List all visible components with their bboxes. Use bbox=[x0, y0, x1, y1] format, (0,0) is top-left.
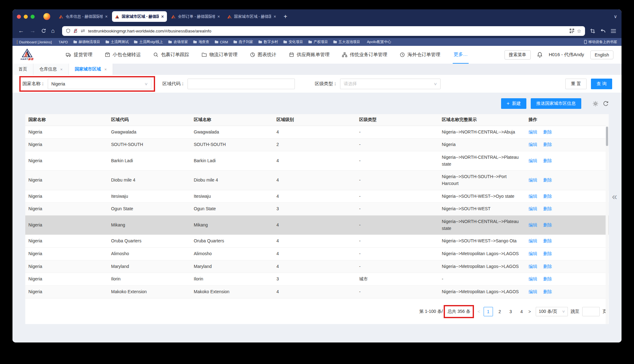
url-text[interactable]: testtrunkbookingmgr.hart-worldwide.com/#… bbox=[88, 29, 567, 33]
gear-icon[interactable] bbox=[593, 101, 598, 107]
edit-link[interactable]: 编辑 bbox=[529, 222, 537, 227]
bookmark-item[interactable]: 五大连池项目 bbox=[333, 40, 360, 44]
table-scrollbar[interactable] bbox=[606, 126, 608, 324]
reset-button[interactable]: 重 置 bbox=[565, 79, 587, 89]
bell-icon[interactable] bbox=[537, 52, 543, 58]
page-number-button[interactable]: 1 bbox=[484, 307, 493, 316]
bookmark-item[interactable]: 产权项目 bbox=[308, 40, 328, 44]
delete-link[interactable]: 删除 bbox=[543, 206, 552, 211]
forward-icon[interactable]: → bbox=[30, 27, 36, 34]
area-code-input[interactable] bbox=[188, 79, 295, 89]
delete-link[interactable]: 删除 bbox=[543, 289, 552, 294]
bookmark-star-icon[interactable]: ☆ bbox=[577, 28, 581, 34]
user-label[interactable]: H016 - 代伟Andy bbox=[549, 52, 584, 58]
delete-link[interactable]: 删除 bbox=[543, 158, 552, 163]
search-button[interactable]: 查 询 bbox=[591, 79, 612, 89]
page-number-button[interactable]: 4 bbox=[518, 307, 526, 316]
firefox-icon[interactable] bbox=[43, 13, 50, 20]
bookmark-item[interactable]: 土流网stg/线上 bbox=[134, 40, 163, 44]
bookmark-item[interactable]: 安化项目 bbox=[283, 40, 303, 44]
edit-link[interactable]: 编辑 bbox=[529, 206, 537, 211]
page-number-button[interactable]: 2 bbox=[496, 307, 504, 316]
delete-link[interactable]: 删除 bbox=[543, 129, 552, 134]
push-country-city-button[interactable]: 推送国家城市区信息 bbox=[531, 98, 581, 109]
page-tab[interactable]: 国家城市区域 × bbox=[69, 64, 113, 75]
bookmark-item[interactable]: TAPD bbox=[57, 40, 68, 44]
delete-link[interactable]: 删除 bbox=[543, 194, 552, 199]
browser-tab[interactable]: 国家城市区域 - 赫德国际物流管理 × bbox=[224, 11, 279, 22]
home-icon[interactable]: ⌂ bbox=[51, 27, 55, 34]
edit-link[interactable]: 编辑 bbox=[529, 276, 537, 281]
close-tab-icon[interactable]: × bbox=[105, 14, 108, 19]
create-button[interactable]: +新建 bbox=[501, 98, 526, 109]
page-tab[interactable]: 仓库信息 × bbox=[33, 64, 69, 75]
nav-item[interactable]: 传统业务订单管理 bbox=[342, 46, 387, 64]
hart-logo[interactable]: HART赫德 bbox=[21, 49, 33, 61]
nav-item[interactable]: 包裹订单跟踪 bbox=[153, 46, 189, 64]
list-tabs-chevron-icon[interactable]: ∨ bbox=[614, 14, 617, 19]
url-bar[interactable]: testtrunkbookingmgr.hart-worldwide.com/#… bbox=[62, 26, 585, 36]
close-tab-icon[interactable]: × bbox=[161, 14, 164, 19]
history-back-icon[interactable] bbox=[600, 28, 606, 33]
prev-page-icon[interactable]: < bbox=[477, 309, 480, 314]
close-tab-icon[interactable]: × bbox=[274, 14, 276, 19]
delete-link[interactable]: 删除 bbox=[543, 142, 552, 147]
qr-code-icon[interactable] bbox=[570, 29, 574, 33]
bookmark-item[interactable]: 燕子到家 bbox=[233, 40, 253, 44]
back-icon[interactable]: ← bbox=[18, 27, 24, 34]
bookmark-item[interactable]: 数字乡村 bbox=[258, 40, 278, 44]
area-type-select[interactable]: 请选择 ∨ bbox=[340, 79, 441, 89]
nav-item[interactable]: 图表统计 bbox=[250, 46, 276, 64]
bookmark-item[interactable]: CRM bbox=[215, 40, 228, 44]
bookmark-item[interactable]: Apollo配置中心 bbox=[365, 40, 391, 44]
close-page-tab-icon[interactable]: × bbox=[60, 67, 63, 72]
browser-tab[interactable]: 国家城市区域 - 赫德国际物流管理 × bbox=[112, 11, 167, 22]
delete-link[interactable]: 删除 bbox=[543, 251, 552, 256]
collapse-panel-handle[interactable]: « bbox=[612, 192, 617, 201]
bookmark-item[interactable]: 农场管家 bbox=[168, 40, 188, 44]
refresh-icon[interactable] bbox=[603, 101, 609, 107]
edit-link[interactable]: 编辑 bbox=[529, 251, 537, 256]
delete-link[interactable]: 删除 bbox=[543, 264, 552, 269]
jump-page-input[interactable] bbox=[582, 307, 600, 316]
bookmark-item[interactable]: 土流网测试 bbox=[105, 40, 129, 44]
page-size-select[interactable]: 100 条/页 ∨ bbox=[536, 307, 568, 316]
country-select[interactable]: Nigeria ∨ bbox=[48, 79, 151, 89]
delete-link[interactable]: 删除 bbox=[543, 222, 552, 227]
bookmark-item[interactable]: Dashboard [Jenkins] bbox=[17, 40, 52, 44]
page-tab[interactable]: 首页 bbox=[12, 64, 33, 75]
insecure-lock-icon[interactable] bbox=[73, 28, 78, 33]
next-page-icon[interactable]: > bbox=[529, 309, 531, 314]
browser-tab[interactable]: 仓库信息 - 赫德国际物流管理系统 × bbox=[56, 11, 111, 22]
shield-icon[interactable] bbox=[66, 28, 71, 33]
scrollbar-thumb[interactable] bbox=[606, 127, 608, 146]
bookmark-item[interactable]: 赫德物流项目 bbox=[73, 40, 100, 44]
edit-link[interactable]: 编辑 bbox=[529, 194, 537, 199]
edit-link[interactable]: 编辑 bbox=[529, 142, 537, 147]
page-number-button[interactable]: 3 bbox=[507, 307, 515, 316]
close-window-button[interactable] bbox=[17, 15, 21, 19]
bookmark-item[interactable]: 地查查 bbox=[193, 40, 209, 44]
permissions-icon[interactable] bbox=[80, 29, 85, 33]
delete-link[interactable]: 删除 bbox=[543, 276, 552, 281]
edit-link[interactable]: 编辑 bbox=[529, 129, 537, 134]
search-menu-button[interactable]: 搜索菜单 bbox=[505, 50, 531, 60]
edit-link[interactable]: 编辑 bbox=[529, 177, 537, 182]
browser-tab[interactable]: 全部订单 - 赫德国际物流订舱系统 × bbox=[168, 11, 223, 22]
close-tab-icon[interactable]: × bbox=[217, 14, 220, 19]
edit-link[interactable]: 编辑 bbox=[529, 158, 537, 163]
edit-link[interactable]: 编辑 bbox=[529, 238, 537, 243]
new-tab-button[interactable]: + bbox=[284, 13, 287, 20]
minimize-window-button[interactable] bbox=[24, 15, 28, 19]
mobile-bookmarks[interactable]: 移动设备上的书签 bbox=[584, 40, 617, 44]
screenshot-icon[interactable] bbox=[590, 28, 595, 34]
nav-item-more[interactable]: 更多… bbox=[453, 46, 469, 64]
nav-item[interactable]: 小包仓储转运 bbox=[105, 46, 141, 64]
maximize-window-button[interactable] bbox=[31, 15, 35, 19]
close-page-tab-icon[interactable]: × bbox=[105, 67, 107, 72]
menu-hamburger-icon[interactable] bbox=[611, 29, 616, 33]
nav-item[interactable]: 物流订单管理 bbox=[202, 46, 237, 64]
edit-link[interactable]: 编辑 bbox=[529, 264, 537, 269]
nav-item[interactable]: 海外仓订单管理 bbox=[400, 46, 440, 64]
delete-link[interactable]: 删除 bbox=[543, 238, 552, 243]
